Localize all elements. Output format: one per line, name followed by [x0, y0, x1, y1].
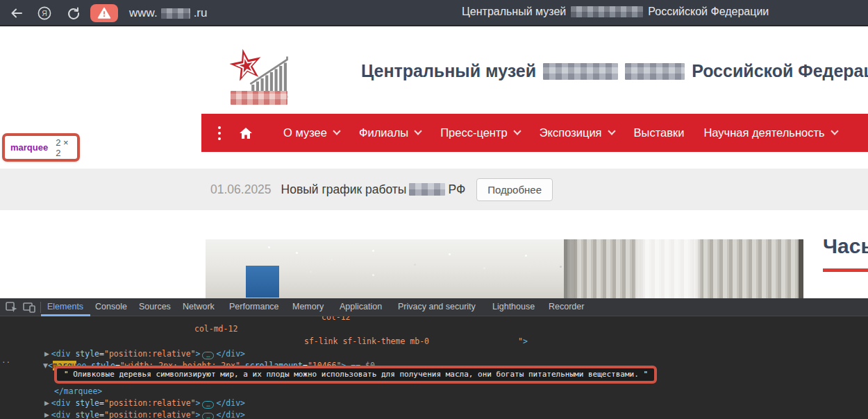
code-segment: </div> — [216, 398, 245, 408]
elements-tree: .. col-12col-md-12sf-link sf-link-theme … — [0, 316, 868, 419]
tree-expand-arrow-icon[interactable]: ▶ — [44, 400, 51, 407]
site-title-suffix: Российской Федерации — [692, 61, 868, 81]
dom-tree-line[interactable]: ▶ <div style="position:relative">…</div> — [44, 409, 245, 419]
dom-tree-line[interactable]: col-md-12 — [194, 323, 237, 335]
code-segment: style — [71, 398, 100, 408]
tree-expand-arrow-icon[interactable]: ▶ — [44, 350, 51, 357]
hero-slider-image — [206, 239, 803, 299]
devtools-tab-privacy-and-security[interactable]: Privacy and security — [398, 302, 476, 311]
site-title: Центральный музей Российской Федерации — [361, 61, 868, 81]
code-segment: <div — [51, 349, 71, 359]
marquee-text-annotation-box: " Оливковые деревья символизируют мир, а… — [54, 366, 657, 384]
tree-expand-arrow-icon[interactable]: ▼ — [43, 362, 48, 369]
nav-item-5[interactable]: Научная деятельность — [703, 126, 837, 139]
logo-censored-text — [231, 91, 287, 105]
title-censored-block — [571, 6, 643, 17]
code-segment: > — [523, 336, 528, 346]
address-bar[interactable]: www. .ru — [129, 6, 207, 20]
code-segment: > — [196, 398, 201, 408]
ellipsis-expand-icon[interactable]: … — [202, 352, 214, 359]
gutter-overflow-dots: .. — [1, 356, 10, 365]
browser-toolbar: Я www. .ru Центральный музей Российской … — [0, 0, 868, 26]
device-toolbar-icon — [23, 302, 35, 313]
news-text-suffix: РФ — [448, 182, 465, 197]
page-title-prefix: Центральный музей — [462, 6, 566, 18]
nav-item-label: Выставки — [634, 126, 685, 139]
inspect-element-button[interactable] — [6, 302, 18, 316]
code-segment: </div> — [216, 349, 245, 359]
devtools-tab-application[interactable]: Application — [340, 302, 382, 311]
code-segment: > — [196, 349, 201, 359]
marquee-inner-text[interactable]: " Оливковые деревья символизируют мир, а… — [57, 368, 654, 381]
nav-item-3[interactable]: Экспозиция — [540, 126, 615, 139]
inspect-element-tooltip: marquee 2 × 2 — [2, 133, 80, 162]
devtools-tab-recorder[interactable]: Recorder — [549, 302, 584, 311]
chevron-down-icon — [831, 127, 838, 135]
heading-red-underline — [823, 268, 868, 272]
code-segment: sf-link sf-link-theme mb-0 — [304, 336, 429, 346]
code-segment: "position:relative" — [104, 410, 196, 419]
device-toolbar-button[interactable] — [23, 302, 35, 316]
blue-artwork-decor — [246, 266, 279, 298]
devtools-tab-sources[interactable]: Sources — [139, 302, 171, 311]
warning-triangle-icon — [97, 7, 111, 19]
chevron-down-icon — [333, 127, 340, 135]
devtools-tab-elements[interactable]: Elements — [47, 302, 83, 311]
news-ticker: 01.06.2025 Новый график работы РФ Подроб… — [0, 169, 868, 210]
chevron-down-icon — [608, 127, 615, 135]
devtools-tab-network[interactable]: Network — [183, 302, 215, 311]
site-title-censored-2 — [625, 63, 685, 80]
devtools-tabbar: ElementsConsoleSourcesNetworkPerformance… — [0, 298, 868, 316]
devtools-tab-lighthouse[interactable]: Lighthouse — [492, 302, 535, 311]
dom-tree-line[interactable]: ▶ <div style="position:relative">…</div> — [44, 397, 245, 409]
devtools-tab-console[interactable]: Console — [95, 302, 127, 311]
chevron-down-icon — [513, 127, 521, 135]
photo-edge-decor — [799, 239, 803, 299]
url-prefix: www. — [129, 6, 158, 20]
news-date: 01.06.2025 — [210, 182, 272, 197]
tabbar-separator — [40, 302, 41, 313]
back-arrow-icon — [10, 6, 24, 20]
nav-home-button[interactable] — [239, 127, 253, 139]
yandex-browser-icon[interactable]: Я — [36, 5, 53, 22]
dom-tree-line[interactable]: col-12 — [322, 316, 351, 323]
site-title-censored-1 — [543, 63, 618, 80]
dom-tree-line[interactable]: ▶ <div style="position:relative">…</div> — [44, 348, 245, 360]
back-button[interactable] — [8, 5, 25, 22]
devtools-tab-performance[interactable]: Performance — [229, 302, 279, 311]
code-segment: </marquee> — [54, 386, 102, 396]
refresh-icon — [67, 6, 81, 20]
ellipsis-expand-icon[interactable]: … — [202, 413, 214, 419]
code-segment: style — [71, 410, 100, 419]
url-censored-block — [161, 8, 190, 19]
page-title-suffix: Российской Федерации — [648, 6, 769, 18]
dom-tree-line[interactable]: </marquee> — [54, 386, 102, 397]
home-icon — [239, 127, 253, 139]
code-segment: = — [99, 410, 104, 419]
nav-kebab-menu[interactable] — [218, 126, 221, 140]
code-segment: <div — [51, 410, 71, 419]
curtain-decor — [564, 239, 803, 299]
screenshot-root: Я www. .ru Центральный музей Российской … — [0, 0, 868, 419]
nav-item-0[interactable]: О музее — [283, 126, 340, 139]
refresh-button[interactable] — [65, 5, 82, 22]
nav-item-label: Филиалы — [359, 126, 408, 139]
nav-item-2[interactable]: Пресс-центр — [440, 126, 520, 139]
tree-expand-arrow-icon[interactable]: ▶ — [44, 411, 51, 418]
nav-item-label: Пресс-центр — [440, 126, 508, 139]
url-suffix: .ru — [194, 6, 208, 20]
tooltip-dimensions: 2 × 2 — [56, 137, 72, 158]
dom-tree-line[interactable]: sf-link sf-link-theme mb-0"> — [304, 336, 528, 348]
svg-text:Я: Я — [42, 9, 47, 17]
nav-item-label: Экспозиция — [540, 126, 602, 139]
devtools-tab-memory[interactable]: Memory — [292, 302, 324, 311]
chevron-down-icon — [415, 127, 422, 135]
nav-item-4[interactable]: Выставки — [634, 126, 685, 139]
hours-heading: Часы — [823, 234, 868, 258]
inspect-cursor-icon — [6, 302, 18, 313]
news-more-button[interactable]: Подробнее — [476, 178, 553, 201]
security-warning-badge[interactable] — [90, 4, 118, 22]
ellipsis-expand-icon[interactable]: … — [202, 401, 214, 409]
code-segment: < — [48, 361, 53, 370]
nav-item-1[interactable]: Филиалы — [359, 126, 421, 139]
